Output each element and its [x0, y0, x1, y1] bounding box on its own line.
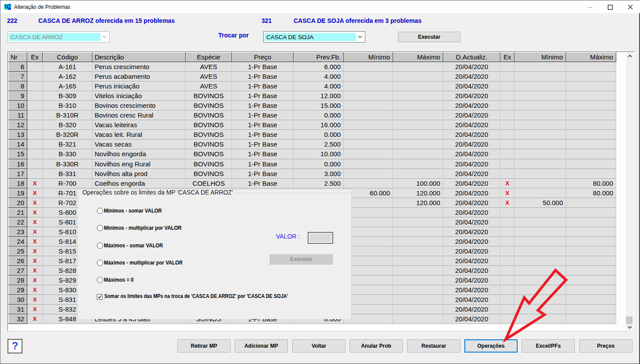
- svg-text:?: ?: [12, 340, 18, 352]
